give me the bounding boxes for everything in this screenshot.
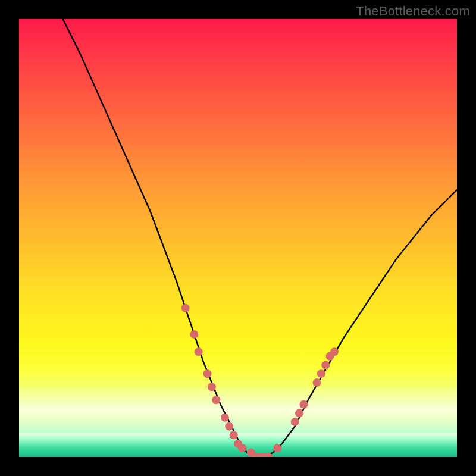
marker-dot (312, 378, 321, 387)
bottleneck-curve (63, 19, 457, 457)
marker-dot (203, 369, 211, 378)
marker-dot (238, 444, 246, 452)
marker-dot (299, 400, 308, 409)
marker-dot (295, 409, 303, 417)
marker-group (181, 304, 339, 457)
marker-dot (181, 304, 190, 312)
marker-dot (212, 396, 220, 404)
marker-dot (326, 352, 334, 361)
marker-dot (247, 449, 255, 457)
plot-area (19, 19, 457, 457)
marker-dot (260, 453, 268, 457)
marker-dot (230, 431, 238, 439)
chart-svg (19, 19, 457, 457)
marker-dot (330, 347, 339, 356)
marker-dot (190, 330, 198, 339)
marker-dot (195, 347, 203, 356)
marker-dot (291, 418, 299, 426)
marker-dot (251, 453, 259, 457)
marker-dot (208, 383, 216, 391)
marker-dot (321, 361, 330, 369)
highlight-band (19, 387, 457, 428)
watermark-text: TheBottleneck.com (356, 4, 470, 19)
marker-dot (265, 453, 273, 457)
marker-dot (225, 422, 233, 430)
marker-dot (317, 369, 325, 378)
marker-dot (221, 414, 229, 422)
marker-dot (273, 444, 281, 452)
bottom-gradient-stripes (19, 433, 457, 457)
marker-dot (234, 440, 242, 448)
marker-dot (256, 453, 264, 457)
chart-frame: TheBottleneck.com (0, 0, 476, 476)
